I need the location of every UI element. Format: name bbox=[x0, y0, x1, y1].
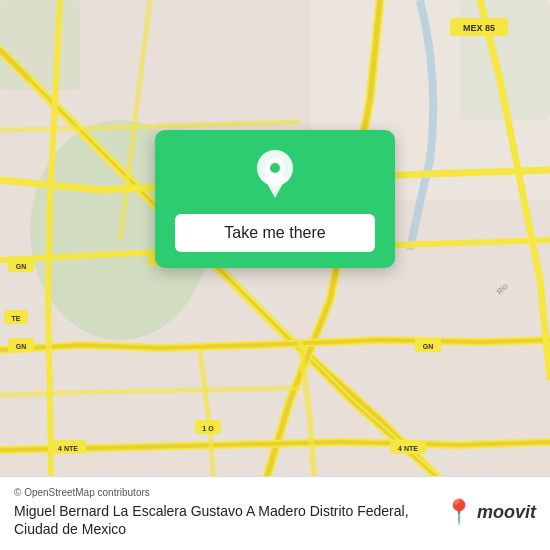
svg-text:GN: GN bbox=[16, 263, 27, 270]
svg-text:4 NTE: 4 NTE bbox=[58, 445, 78, 452]
svg-text:GN: GN bbox=[16, 343, 27, 350]
svg-text:TE: TE bbox=[12, 315, 21, 322]
map-background: MEX 85 MEX GN GN GN 1 O 4 NTE 4 NTE TE bbox=[0, 0, 550, 550]
location-pin-icon bbox=[253, 148, 297, 204]
osm-credit: © OpenStreetMap contributors bbox=[14, 487, 432, 498]
moovit-pin-icon: 📍 bbox=[444, 500, 474, 524]
svg-text:1 O: 1 O bbox=[202, 425, 214, 432]
take-me-there-button[interactable]: Take me there bbox=[175, 214, 375, 252]
moovit-brand-name: moovit bbox=[477, 502, 536, 523]
location-info: © OpenStreetMap contributors Miguel Bern… bbox=[14, 487, 432, 538]
bottom-info-bar: © OpenStreetMap contributors Miguel Bern… bbox=[0, 476, 550, 550]
destination-card: Take me there bbox=[155, 130, 395, 268]
svg-point-26 bbox=[270, 163, 280, 173]
svg-rect-3 bbox=[0, 0, 80, 90]
svg-marker-27 bbox=[263, 176, 287, 198]
moovit-logo: 📍 moovit bbox=[444, 500, 536, 524]
svg-text:4 NTE: 4 NTE bbox=[398, 445, 418, 452]
map-container: MEX 85 MEX GN GN GN 1 O 4 NTE 4 NTE TE bbox=[0, 0, 550, 550]
location-name: Miguel Bernard La Escalera Gustavo A Mad… bbox=[14, 502, 432, 538]
svg-text:MEX 85: MEX 85 bbox=[463, 23, 495, 33]
svg-text:GN: GN bbox=[423, 343, 434, 350]
